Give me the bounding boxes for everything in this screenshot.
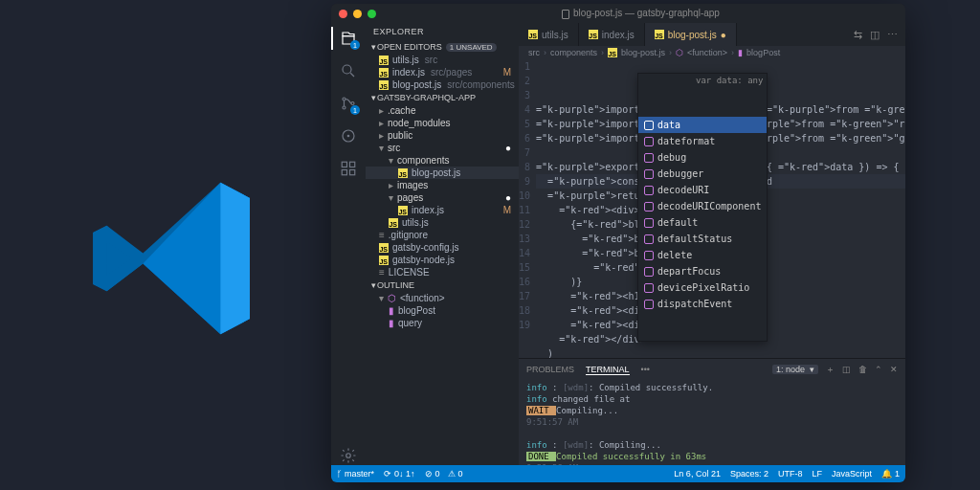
vscode-window: blog-post.js — gatsby-graphql-app 1 1 [331,4,905,482]
close-panel-icon[interactable]: ✕ [890,365,898,374]
terminal-line [526,428,898,439]
code-line[interactable]: ) [536,346,905,358]
file-item[interactable]: JSindex.jsM [366,204,519,216]
minimize-icon[interactable] [353,10,362,18]
cursor-position[interactable]: Ln 6, Col 21 [674,469,721,479]
intellisense-item[interactable]: decodeURIComponent [638,198,767,214]
folder-item[interactable]: ▾components [366,154,519,167]
search-icon[interactable] [339,61,358,80]
folder-item[interactable]: ▾src● [366,142,519,154]
tab-problems[interactable]: PROBLEMS [526,365,574,374]
more-actions-icon[interactable]: ⋯ [887,29,898,41]
breadcrumb[interactable]: src›components›JSblog-post.js›⬡<function… [519,46,905,59]
outline-item[interactable]: ▮blogPost [366,304,519,317]
outline-item[interactable]: ▮query [366,317,519,329]
intellisense-item[interactable]: data [638,117,767,133]
settings-icon[interactable] [339,446,358,465]
problems-status[interactable]: ⊘ 0 ⚠ 0 [425,469,463,479]
folder-item[interactable]: ▸.cache [366,104,519,117]
terminal-output[interactable]: info : [wdm]: Compiled successfully.info… [519,380,905,465]
split-terminal-icon[interactable]: ◫ [842,365,851,374]
folder-item[interactable]: ▸node_modules [366,117,519,129]
explorer-icon[interactable]: 1 [339,29,358,48]
folder-item[interactable]: ▾pages● [366,191,519,204]
intellisense-item[interactable]: devicePixelRatio [638,279,767,296]
terminal-line: 9:51:57 AM [526,416,898,428]
explorer-badge: 1 [350,40,360,50]
code-editor[interactable]: 12345678910111213141516171819 var data: … [519,59,905,358]
compare-changes-icon[interactable]: ⇆ [854,29,862,41]
svg-rect-7 [350,162,355,167]
breadcrumb-part[interactable]: blog-post.js [621,48,665,57]
chevron-down-icon: ▾ [379,293,384,303]
extensions-icon[interactable] [339,159,358,178]
intellisense-item[interactable]: debug [638,149,767,166]
open-editor-item[interactable]: JSindex.jssrc/pagesM [366,66,519,78]
terminal-line: DONE Compiled successfully in 63ms [526,451,898,462]
tab-more[interactable]: ••• [641,365,650,374]
file-item[interactable]: JSutils.js [366,216,519,229]
outline-head[interactable]: ▾ OUTLINE [366,278,519,292]
project-head[interactable]: ▾ GATSBY-GRAPHQL-APP [366,91,519,104]
outline-item[interactable]: ▾⬡<function> [366,292,519,304]
breadcrumb-part[interactable]: <function> [687,48,727,57]
chevron-right-icon: › [731,48,734,57]
line-number: 8 [519,160,530,174]
svg-point-1 [343,98,345,100]
intellisense-item[interactable]: dateformat [638,133,767,149]
sidebar: Explorer ▾ OPEN EDITORS 1 UNSAVED JSutil… [366,23,519,465]
open-editor-item[interactable]: JSblog-post.jssrc/components● [366,78,519,91]
file-item[interactable]: JSgatsby-config.js [366,241,519,254]
source-control-icon[interactable]: 1 [339,94,358,113]
svg-rect-9 [350,170,355,175]
editor-tab[interactable]: JSblog-post.js● [645,23,737,46]
editor-tab[interactable]: JSutils.js [519,23,579,46]
folder-item[interactable]: ▸public [366,129,519,142]
intellisense-item[interactable]: default [638,214,767,231]
intellisense-item[interactable]: departFocus [638,263,767,279]
tab-terminal[interactable]: TERMINAL [586,365,630,375]
line-number: 13 [519,232,530,246]
folder-item[interactable]: ▸images [366,179,519,191]
intellisense-item[interactable]: delete [638,247,767,263]
open-editors-head[interactable]: ▾ OPEN EDITORS 1 UNSAVED [366,40,519,54]
terminal-picker[interactable]: 1: node ▾ [772,365,818,374]
intellisense-popup[interactable]: var data: any datadateformatdebugdebugge… [637,73,768,342]
file-item[interactable]: JSgatsby-node.js [366,254,519,266]
split-editor-icon[interactable]: ◫ [870,29,880,41]
js-file-icon: JS [589,30,598,39]
language-mode[interactable]: JavaScript [832,469,872,479]
intellisense-item[interactable]: dispatchEvent [638,296,767,312]
file-item[interactable]: ≡LICENSE [366,266,519,278]
activity-bar: 1 1 [331,23,366,465]
breadcrumb-part[interactable]: components [550,48,597,57]
editor-tabs: JSutils.jsJSindex.jsJSblog-post.js● ⇆ ◫ … [519,23,905,46]
svg-rect-6 [342,162,346,167]
encoding-status[interactable]: UTF-8 [778,469,803,479]
editor-tab[interactable]: JSindex.js [579,23,645,46]
open-editor-item[interactable]: JSutils.jssrc [366,54,519,66]
file-item[interactable]: ≡.gitignore [366,229,519,241]
indent-status[interactable]: Spaces: 2 [730,469,768,479]
eol-status[interactable]: LF [812,469,822,479]
git-branch[interactable]: ᚶ master* [337,469,374,479]
notifications-icon[interactable]: 🔔 1 [881,469,900,479]
intellisense-item[interactable]: debugger [638,166,767,182]
intellisense-item[interactable]: defaultStatus [638,231,767,247]
kill-terminal-icon[interactable]: 🗑 [858,365,867,374]
editor-area: JSutils.jsJSindex.jsJSblog-post.js● ⇆ ◫ … [519,23,905,465]
function-icon: ⬡ [388,293,396,303]
debug-icon[interactable] [339,126,358,145]
maximize-panel-icon[interactable]: ⌃ [875,365,882,374]
symbol-icon [644,137,654,146]
intellisense-item[interactable]: decodeURI [638,182,767,198]
new-terminal-icon[interactable]: ＋ [826,364,835,376]
file-item[interactable]: JSblog-post.js [366,167,519,179]
symbol-icon [644,169,654,179]
chevron-right-icon: ▸ [379,130,384,141]
maximize-icon[interactable] [368,10,376,18]
breadcrumb-part[interactable]: src [528,48,540,57]
close-icon[interactable] [339,10,347,18]
breadcrumb-part[interactable]: blogPost [746,48,780,57]
git-sync[interactable]: ⟳ 0↓ 1↑ [384,469,415,479]
